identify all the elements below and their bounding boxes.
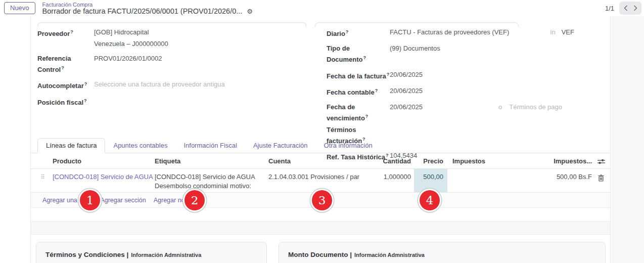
help-icon[interactable]: ? xyxy=(84,98,87,103)
annotation-circle-1: 1 xyxy=(80,190,100,210)
currency-value[interactable]: VEF xyxy=(562,27,574,38)
table-header-row: Producto Etiqueta Cuenta Cantidad Precio… xyxy=(31,153,610,169)
terminos-pago-input[interactable]: Términos de pago xyxy=(509,102,562,123)
field-fecha-vencimiento: Fecha de vencimiento? 20/06/2025 o Térmi… xyxy=(327,102,607,123)
tab-otra-informacion[interactable]: Otra información xyxy=(316,139,381,153)
field-label: Fecha contable xyxy=(327,89,375,96)
field-fecha-factura: Fecha de la factura? 20/06/2025 xyxy=(327,70,607,81)
terms-conditions-title: Términos y Condiciones | xyxy=(45,251,128,258)
col-header-producto[interactable]: Producto xyxy=(53,157,155,165)
annotation-circle-2: 2 xyxy=(185,190,205,210)
field-referencia-control: Referencia Control? PROV01/2026/01/0002 xyxy=(37,54,306,74)
chevron-right-icon xyxy=(633,5,637,11)
taxes-total-cell: 500,00 Bs.F xyxy=(508,169,592,192)
field-label: Fecha de vencimiento xyxy=(327,103,365,122)
help-icon[interactable]: ? xyxy=(363,55,366,60)
field-label: Posición fiscal xyxy=(37,99,83,106)
help-icon[interactable]: ? xyxy=(84,81,87,86)
field-proveedor: Proveedor? [GOB] Hidrocapital Venezuela … xyxy=(37,27,306,49)
col-header-precio[interactable]: Precio xyxy=(414,157,447,165)
notebook-tabs: Líneas de factura Apuntes contables Info… xyxy=(31,138,610,153)
field-label: Diario xyxy=(327,30,345,37)
form-sheet: Proveedor? [GOB] Hidrocapital Venezuela … xyxy=(30,16,611,263)
help-icon[interactable]: ? xyxy=(70,29,73,34)
tab-lineas-de-factura[interactable]: Líneas de factura xyxy=(37,138,105,153)
tab-apuntes-contables[interactable]: Apuntes contables xyxy=(105,139,175,153)
gear-icon[interactable]: ⚙ xyxy=(247,8,253,15)
referencia-control-value[interactable]: PROV01/2026/01/0002 xyxy=(94,54,306,74)
help-icon[interactable]: ? xyxy=(375,88,378,93)
fecha-vencimiento-value[interactable]: 20/06/2025 xyxy=(390,102,498,123)
top-bar: Nuevo Facturación Compra Borrador de fac… xyxy=(0,0,644,16)
monto-documento-box: Monto Documento |Información Admnistrati… xyxy=(279,242,606,263)
pager-count: 1/1 xyxy=(605,5,614,12)
diario-value[interactable]: FACTU - Facturas de proveedores (VEF) xyxy=(390,27,509,38)
field-label: Autocompletar xyxy=(37,82,84,90)
field-fecha-contable: Fecha contable? 20/06/2025 xyxy=(327,86,607,97)
col-header-impuestos[interactable]: Impuestos xyxy=(450,157,508,165)
taxes-cell[interactable] xyxy=(450,169,508,192)
help-icon[interactable]: ? xyxy=(387,72,390,77)
monto-documento-title: Monto Documento | xyxy=(288,251,352,258)
chevron-left-icon xyxy=(624,5,628,11)
field-diario: Diario? FACTU - Facturas de proveedores … xyxy=(327,27,607,38)
col-header-etiqueta[interactable]: Etiqueta xyxy=(155,157,268,165)
pager: 1/1 xyxy=(605,2,641,15)
or-label: o xyxy=(498,102,502,123)
field-autocompletar: Autocompletar? Seleccione una factura de… xyxy=(37,79,306,91)
product-link[interactable]: [CONDCO-018] Servicio de AGUA xyxy=(53,173,153,181)
tipo-documento-value[interactable]: (99) Documentos xyxy=(390,43,607,64)
terms-conditions-box: Términos y Condiciones |Información Admn… xyxy=(36,242,267,263)
label-cell[interactable]: [CONDCO-018] Servicio de AGUA Desembolso… xyxy=(155,169,268,192)
add-section-link[interactable]: Agregar sección xyxy=(100,197,146,204)
price-cell-selected[interactable]: 500,00 xyxy=(414,169,447,192)
left-group-outline xyxy=(37,22,306,27)
right-group-outline xyxy=(315,22,519,27)
new-button[interactable]: Nuevo xyxy=(4,2,35,14)
help-icon[interactable]: ? xyxy=(61,65,64,70)
help-icon[interactable]: ? xyxy=(346,29,349,34)
quantity-cell[interactable]: 1,000000 xyxy=(359,169,411,192)
field-label: Tipo de Documento xyxy=(327,45,363,63)
trash-icon[interactable] xyxy=(598,174,604,182)
col-header-cantidad[interactable]: Cantidad xyxy=(359,157,411,165)
terms-conditions-subtitle: Información Admnistrativa xyxy=(131,252,201,258)
account-cell[interactable]: 2.1.04.03.001 Provisiones / para gastos … xyxy=(268,169,359,192)
breadcrumb: Facturación Compra Borrador de factura F… xyxy=(42,1,253,16)
drag-handle-icon[interactable]: ⠿ xyxy=(37,173,45,181)
annotation-circle-4: 4 xyxy=(420,190,440,210)
col-header-cuenta[interactable]: Cuenta xyxy=(268,157,359,165)
field-label: Referencia Control xyxy=(37,55,71,73)
pager-next-button[interactable] xyxy=(630,3,640,14)
monto-documento-subtitle: Información Admnistrativa xyxy=(354,252,425,258)
column-options-icon[interactable] xyxy=(597,158,605,165)
currency-in-label: in xyxy=(550,27,556,38)
tab-ajuste-facturacion[interactable]: Ajuste Facturación xyxy=(245,139,316,153)
col-header-impuestos-total[interactable]: Impuestos... xyxy=(508,157,592,165)
annotation-circle-3: 3 xyxy=(312,190,332,210)
posicion-fiscal-input[interactable] xyxy=(94,96,306,107)
page-title: Borrador de factura FACTU/2025/06/0001 (… xyxy=(42,8,243,15)
field-label: Fecha de la factura xyxy=(327,72,386,80)
tab-informacion-fiscal[interactable]: Información Fiscal xyxy=(175,139,245,153)
empty-row xyxy=(31,221,610,235)
pager-prev-button[interactable] xyxy=(621,3,630,14)
fecha-contable-value[interactable]: 20/06/2025 xyxy=(390,86,607,97)
table-row: ⠿ [CONDCO-018] Servicio de AGUA [CONDCO-… xyxy=(31,169,610,192)
invoice-form-page: Nuevo Facturación Compra Borrador de fac… xyxy=(0,0,644,263)
field-tipo-documento: Tipo de Documento? (99) Documentos xyxy=(327,43,607,64)
help-icon[interactable]: ? xyxy=(365,114,369,119)
field-posicion-fiscal: Posición fiscal? xyxy=(37,96,306,107)
proveedor-value[interactable]: [GOB] Hidrocapital Venezuela – J00000000… xyxy=(94,27,306,49)
field-label: Proveedor xyxy=(37,30,70,37)
left-field-column: Proveedor? [GOB] Hidrocapital Venezuela … xyxy=(37,27,306,112)
autocompletar-input[interactable]: Seleccione una factura de proveedor anti… xyxy=(94,79,306,91)
right-gutter xyxy=(611,16,644,263)
fecha-factura-value[interactable]: 20/06/2025 xyxy=(390,70,607,81)
